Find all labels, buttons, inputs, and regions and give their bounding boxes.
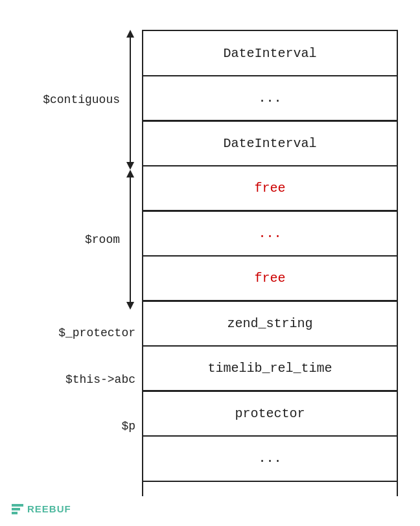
arrow-wrap-contiguous: $contiguous [43, 30, 135, 170]
arrow-svg-room [125, 170, 135, 310]
group-label-room: $room [85, 233, 120, 246]
group-label-p: $p [121, 420, 135, 433]
box-contiguous-2: DateInterval [143, 120, 397, 166]
label-cell-p: $p [22, 403, 142, 450]
group-label-contiguous: $contiguous [43, 93, 120, 106]
box-extra-0: ... [143, 435, 397, 482]
label-cell-contiguous: $contiguous [22, 30, 142, 170]
boxes-column: DateInterval...DateIntervalfree...freeze… [142, 30, 398, 496]
label-cell-room: $room [22, 170, 142, 310]
main-diagram: $contiguous$room$_protector$this->abc$pD… [22, 30, 398, 496]
box-contiguous-1: ... [143, 75, 397, 122]
group-label-thisabc: $this->abc [65, 373, 135, 386]
label-cell-thisabc: $this->abc [22, 356, 142, 403]
arrow-wrap-room: $room [85, 170, 135, 310]
diagram-container: $contiguous$room$_protector$this->abc$pD… [0, 17, 420, 509]
box-room-0: free [143, 165, 397, 212]
svg-marker-5 [126, 302, 134, 310]
watermark-bars [12, 504, 23, 514]
box-p-0: protector [143, 390, 397, 437]
svg-marker-1 [126, 30, 134, 38]
group-label-protector: $_protector [58, 326, 135, 339]
label-cell-protector: $_protector [22, 310, 142, 356]
arrow-svg-contiguous [125, 30, 135, 170]
box-contiguous-0: DateInterval [143, 30, 397, 76]
box-room-1: ... [143, 210, 397, 257]
box-thisabc-0: timelib_rel_time [143, 345, 397, 392]
svg-marker-2 [126, 162, 134, 170]
watermark-text: REEBUF [27, 503, 71, 514]
label-cell-extra [22, 450, 142, 496]
watermark: REEBUF [12, 503, 71, 514]
svg-marker-4 [126, 170, 134, 177]
box-room-2: free [143, 255, 397, 302]
labels-column: $contiguous$room$_protector$this->abc$p [22, 30, 142, 496]
box-protector-0: zend_string [143, 300, 397, 347]
